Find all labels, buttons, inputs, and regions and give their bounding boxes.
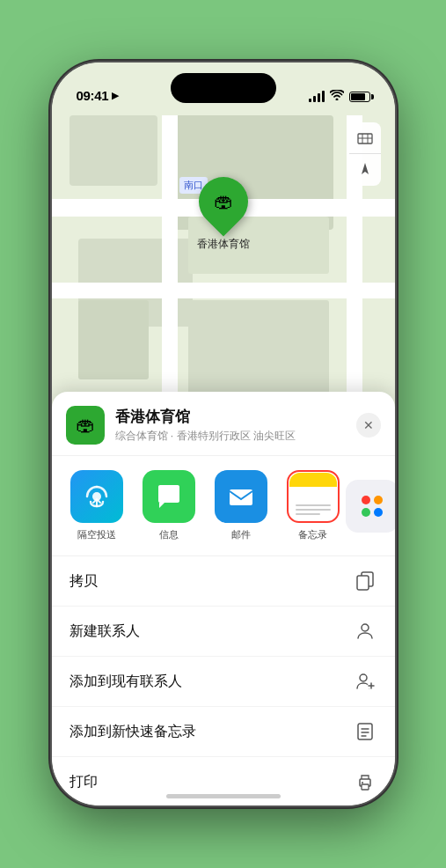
action-copy[interactable]: 拷贝 <box>52 556 395 607</box>
svg-point-6 <box>362 624 369 631</box>
dynamic-island <box>171 73 276 103</box>
share-airdrop[interactable]: 隔空投送 <box>66 470 128 541</box>
signal-bars <box>309 91 325 102</box>
pin-label: 香港体育馆 <box>197 237 250 252</box>
action-add-existing-label: 添加到现有联系人 <box>69 673 182 691</box>
share-icons-row: 隔空投送 信息 <box>52 456 395 556</box>
venue-info-header: 🏟 香港体育馆 综合体育馆 · 香港特别行政区 油尖旺区 ✕ <box>52 392 395 456</box>
action-add-existing-contact[interactable]: 添加到现有联系人 <box>52 657 395 707</box>
venue-name: 香港体育馆 <box>115 407 356 427</box>
notes-icon-wrapper <box>287 470 340 523</box>
action-add-quick-note[interactable]: 添加到新快速备忘录 <box>52 707 395 757</box>
share-messages[interactable]: 信息 <box>138 470 200 541</box>
messages-label: 信息 <box>159 528 179 541</box>
map-type-button[interactable] <box>349 122 381 154</box>
mail-icon <box>215 470 267 523</box>
action-copy-label: 拷贝 <box>69 572 98 591</box>
status-icons <box>309 90 370 103</box>
svg-rect-16 <box>362 784 369 790</box>
share-mail[interactable]: 邮件 <box>210 470 272 541</box>
map-area[interactable]: 南口 🏟 <box>52 63 395 441</box>
map-controls <box>349 122 381 186</box>
venue-subtitle: 综合体育馆 · 香港特别行政区 油尖旺区 <box>115 429 356 444</box>
action-new-contact-label: 新建联系人 <box>69 622 140 641</box>
bottom-sheet: 🏟 香港体育馆 综合体育馆 · 香港特别行政区 油尖旺区 ✕ <box>52 392 395 805</box>
note-icon <box>353 719 377 744</box>
more-icon <box>346 480 395 533</box>
svg-rect-11 <box>358 724 372 739</box>
phone-screen: 09:41 ▶ <box>52 63 395 805</box>
close-button[interactable]: ✕ <box>356 413 381 438</box>
more-apps[interactable] <box>355 480 390 533</box>
location-button[interactable] <box>349 154 381 186</box>
svg-rect-3 <box>230 489 252 505</box>
airdrop-label: 隔空投送 <box>77 528 116 541</box>
status-time: 09:41 <box>77 88 109 103</box>
venue-pin-icon: 🏟 <box>214 190 233 213</box>
action-print-label: 打印 <box>69 773 98 791</box>
map-pin: 🏟 香港体育馆 <box>197 177 250 252</box>
venue-logo-icon: 🏟 <box>76 414 95 437</box>
messages-icon <box>143 470 195 523</box>
phone-frame: 09:41 ▶ <box>52 63 395 805</box>
action-list: 拷贝 新建联系人 <box>52 556 395 805</box>
printer-icon <box>353 769 377 794</box>
venue-logo: 🏟 <box>66 406 105 445</box>
venue-text: 香港体育馆 综合体育馆 · 香港特别行政区 油尖旺区 <box>115 407 356 444</box>
copy-icon <box>353 569 377 593</box>
notes-label: 备忘录 <box>298 528 327 541</box>
person-icon <box>353 619 377 644</box>
action-add-quick-note-label: 添加到新快速备忘录 <box>69 723 196 741</box>
location-icon: ▶ <box>112 90 119 101</box>
action-new-contact[interactable]: 新建联系人 <box>52 607 395 657</box>
person-add-icon <box>353 669 377 694</box>
battery-icon <box>349 92 370 102</box>
svg-point-17 <box>362 782 363 783</box>
svg-point-7 <box>360 674 367 681</box>
notes-icon <box>289 473 337 520</box>
home-indicator <box>166 794 281 798</box>
svg-rect-5 <box>357 576 369 590</box>
mail-label: 邮件 <box>231 528 251 541</box>
share-notes[interactable]: 备忘录 <box>282 470 344 541</box>
wifi-icon <box>330 90 344 103</box>
airdrop-icon <box>70 470 123 523</box>
